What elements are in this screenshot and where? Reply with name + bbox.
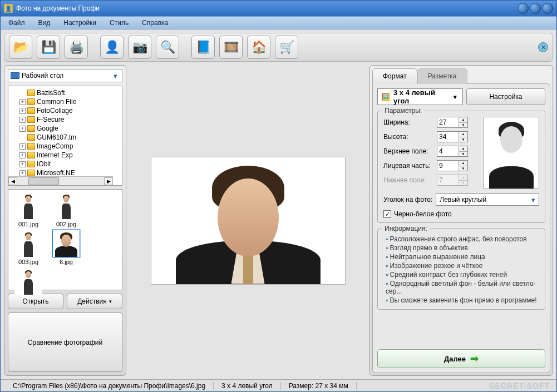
expand-icon[interactable]: + [19, 143, 26, 150]
close-window-icon[interactable] [542, 3, 553, 14]
maximize-icon[interactable] [530, 3, 541, 14]
video-button[interactable]: 🎞️ [219, 36, 243, 59]
tree-item[interactable]: +Internet Exp [19, 151, 122, 160]
save-button[interactable]: 💾 [37, 36, 60, 59]
expand-icon[interactable]: + [19, 152, 26, 158]
face-detect-icon: 👤 [105, 40, 120, 54]
tree-item[interactable]: BazisSoft [19, 88, 122, 97]
save-icon: 💾 [41, 40, 56, 54]
open-file-button[interactable]: Открыть [8, 294, 63, 309]
print-button[interactable]: 🖨️ [65, 36, 88, 59]
folder-icon [27, 98, 35, 105]
minimize-icon[interactable] [517, 3, 529, 14]
camera-icon: 📷 [132, 40, 147, 54]
tab-format[interactable]: Формат [372, 68, 417, 84]
tree-item[interactable]: +ImageComp [19, 142, 122, 151]
statusbar: C:\Program Files (x86)\Фото на документы… [1, 379, 556, 391]
height-label: Высота: [383, 133, 437, 141]
parameters-fieldset: Параметры: Ширина:▲▼ Высота:▲▼ Верхнее п… [377, 111, 545, 223]
expand-icon[interactable]: + [19, 170, 26, 176]
tab-layout[interactable]: Разметка [417, 68, 467, 84]
info-item: Однородный светлый фон - белый или светл… [386, 279, 539, 296]
thumbnail-item[interactable]: 001.jpg [11, 192, 46, 227]
actions-button[interactable]: Действия▾ [67, 294, 122, 309]
app-icon: 👤 [4, 4, 13, 13]
parameters-legend: Параметры: [382, 107, 424, 115]
face-detect-button[interactable]: 👤 [100, 36, 124, 59]
folder-icon [27, 90, 35, 96]
width-label: Ширина: [383, 118, 437, 126]
expand-icon[interactable]: + [19, 108, 26, 114]
menu-file[interactable]: Файл [5, 17, 28, 28]
step-down-icon[interactable]: ▼ [459, 123, 467, 128]
format-settings-button[interactable]: Настройка [466, 88, 545, 105]
thumbnail-item[interactable]: 6.jpg [48, 230, 84, 265]
compare-photos-button[interactable]: Сравнение фотографий [8, 312, 122, 372]
height-stepper[interactable]: ▲▼ [437, 131, 468, 142]
format-icon: 🖼️ [381, 93, 390, 101]
tree-horizontal-scrollbar[interactable]: ◀ ▶ [8, 176, 113, 185]
zoom-button[interactable]: 🔍 [156, 36, 179, 59]
folder-tree[interactable]: BazisSoft+Common File+FotoCollage+F-Secu… [8, 86, 122, 186]
menu-view[interactable]: Вид [35, 17, 54, 28]
folder-icon [27, 152, 35, 158]
home-icon: 🏠 [252, 40, 267, 54]
face-part-label: Лицевая часть: [383, 162, 437, 170]
top-margin-stepper[interactable]: ▲▼ [437, 146, 468, 157]
desktop-icon [11, 72, 19, 79]
width-stepper[interactable]: ▲▼ [437, 117, 468, 128]
thumbnail-image [14, 192, 42, 220]
tree-item[interactable]: +Google [19, 124, 122, 133]
cart-button[interactable]: 🛒 [275, 36, 298, 59]
tree-item[interactable]: +FotoCollage [19, 106, 122, 115]
scroll-right-icon[interactable]: ▶ [104, 177, 113, 185]
thumbnail-image [52, 230, 80, 257]
help-button[interactable]: 📘 [191, 36, 215, 59]
folder-icon [27, 143, 35, 150]
expand-icon[interactable]: + [19, 117, 26, 123]
next-button[interactable]: Далее ➡ [377, 349, 545, 368]
folder-combo[interactable]: Рабочий стол ▾ [8, 69, 122, 82]
corner-select[interactable]: Левый круглый ▾ [436, 193, 539, 206]
info-item: Средний контраст без глубоких теней [386, 270, 539, 279]
menu-style[interactable]: Стиль [106, 17, 132, 28]
folder-icon [27, 161, 35, 167]
chevron-down-icon[interactable]: ▾ [531, 196, 535, 204]
scroll-thumb[interactable] [28, 177, 59, 185]
chevron-down-icon[interactable]: ▾ [451, 93, 459, 101]
step-up-icon[interactable]: ▲ [459, 117, 467, 123]
expand-icon[interactable]: + [19, 126, 26, 132]
arrow-right-icon: ➡ [470, 353, 479, 365]
menu-help[interactable]: Справка [139, 17, 171, 28]
thumbnail-image [14, 230, 42, 257]
thumbnail-item[interactable]: 003.jpg [11, 230, 46, 265]
format-combo[interactable]: 🖼️ 3 х 4 левый угол ▾ [377, 88, 463, 105]
thumbnail-image [52, 192, 80, 220]
status-path: C:\Program Files (x86)\Фото на документы… [5, 382, 214, 390]
cart-icon: 🛒 [279, 40, 294, 54]
toolbar-collapse-icon[interactable]: ✕ [538, 42, 548, 52]
format-name: 3 х 4 левый угол [393, 88, 447, 105]
menu-settings[interactable]: Настройки [60, 17, 100, 28]
info-item: Взгляд прямо в объектив [386, 244, 539, 252]
info-item: Вы сможете заменить фон прямо в программ… [386, 296, 539, 305]
thumbnail-item[interactable]: 002.jpg [48, 192, 84, 227]
tree-item[interactable]: +IObit [19, 160, 122, 168]
status-size: Размер: 27 х 34 мм [281, 382, 357, 390]
open-button[interactable]: 📂 [9, 36, 32, 59]
home-button[interactable]: 🏠 [247, 36, 270, 59]
tree-item[interactable]: GUM6107.tm [19, 133, 122, 142]
expand-icon[interactable]: + [19, 99, 26, 105]
scroll-left-icon[interactable]: ◀ [8, 177, 17, 185]
info-fieldset: Информация: Расположение строго анфас, б… [377, 229, 545, 310]
tree-item[interactable]: +F-Secure [19, 115, 122, 124]
thumbnail-label: 003.jpg [18, 259, 38, 265]
expand-icon[interactable]: + [19, 161, 26, 167]
face-part-stepper[interactable]: ▲▼ [437, 160, 468, 171]
bw-checkbox[interactable]: ✓ [383, 210, 391, 218]
open-icon: 📂 [13, 40, 28, 54]
photo-preview[interactable] [151, 157, 346, 285]
camera-button[interactable]: 📷 [128, 36, 151, 59]
tree-item[interactable]: +Common File [19, 97, 122, 106]
chevron-down-icon[interactable]: ▾ [111, 72, 120, 80]
